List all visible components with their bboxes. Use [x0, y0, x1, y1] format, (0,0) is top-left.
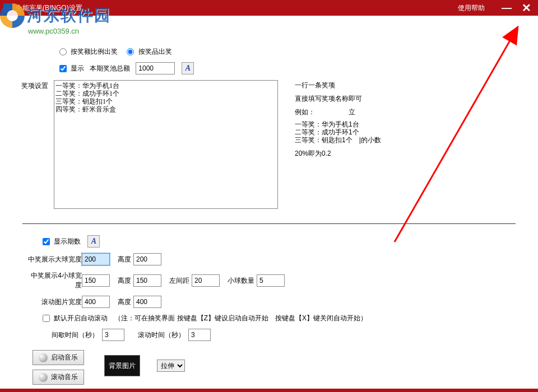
speaker-icon: [39, 373, 48, 382]
window-title: 全能宾果(BINGO)设置: [16, 3, 82, 13]
auto-scroll-checkbox[interactable]: 默认开启自动滚动: [43, 314, 108, 323]
big-ball-height-label: 高度: [118, 255, 131, 264]
pool-amount-input[interactable]: [136, 62, 175, 74]
show-pool-checkbox[interactable]: 显示: [59, 64, 84, 73]
font-button-pool[interactable]: A: [182, 62, 194, 74]
idle-time-label: 间歇时间（秒）: [52, 330, 99, 340]
section-divider: [22, 223, 516, 224]
pool-row: 显示 本期奖池总额 A: [59, 62, 516, 74]
font-button-period[interactable]: A: [87, 235, 100, 248]
prize-settings-textarea[interactable]: 一等奖：华为手机1台 二等奖：成功手环1个 三等奖：钥匙扣1个 四等奖：虾米音乐…: [54, 80, 278, 209]
close-button[interactable]: ✕: [522, 1, 531, 15]
scroll-img-width-label: 滚动图片宽度: [26, 297, 82, 307]
roll-time-input[interactable]: [188, 329, 211, 341]
small-ball-count-label: 小球数量: [228, 276, 254, 286]
small-ball-height-label: 高度: [118, 276, 131, 286]
scroll-img-height-input[interactable]: [133, 296, 161, 308]
small-ball-gap-input[interactable]: [192, 274, 220, 287]
minimize-button[interactable]: —: [502, 6, 512, 10]
small-ball-width-label: 中奖展示4小球宽度: [26, 271, 82, 290]
small-ball-width-input[interactable]: [82, 274, 110, 287]
award-mode-row: 按奖额比例出奖 按奖品出奖: [59, 47, 516, 57]
small-ball-count-input[interactable]: [257, 274, 285, 287]
scroll-img-height-label: 高度: [118, 297, 131, 307]
help-link[interactable]: 使用帮助: [458, 3, 485, 13]
small-ball-height-input[interactable]: [133, 274, 161, 287]
stretch-select[interactable]: 拉伸: [157, 360, 185, 372]
small-ball-gap-label: 左间距: [169, 276, 189, 286]
prize-settings-label: 奖项设置: [17, 80, 54, 91]
auto-scroll-note: （注：可在抽奖界面 按键盘【Z】键设启动自动开始 按键盘【X】键关闭自动开始）: [114, 314, 367, 323]
speaker-icon: [39, 353, 48, 362]
big-ball-width-label: 中奖展示大球宽度: [26, 255, 82, 264]
roll-time-label: 滚动时间（秒）: [138, 330, 185, 340]
show-period-checkbox[interactable]: 显示期数: [43, 237, 81, 246]
idle-time-input[interactable]: [102, 329, 124, 341]
start-music-button[interactable]: 启动音乐: [33, 350, 84, 365]
app-icon: [3, 3, 12, 12]
big-ball-width-input[interactable]: [82, 253, 110, 265]
bottom-border: [0, 389, 538, 392]
radio-by-amount[interactable]: 按奖额比例出奖: [59, 47, 118, 57]
scroll-img-width-input[interactable]: [82, 296, 110, 308]
big-ball-height-input[interactable]: [133, 253, 161, 265]
scroll-music-button[interactable]: 滚动音乐: [33, 370, 84, 385]
bg-image-button[interactable]: 背景图片: [104, 355, 140, 376]
title-bar: 全能宾果(BINGO)设置 使用帮助 — ✕: [0, 0, 538, 16]
radio-by-prize[interactable]: 按奖品出奖: [127, 47, 171, 57]
prize-help-text: 一行一条奖项 直接填写奖项名称即可 例如： 立 一等奖：华为手机1台 二等奖：成…: [295, 80, 381, 162]
pool-label: 本期奖池总额: [90, 64, 130, 73]
